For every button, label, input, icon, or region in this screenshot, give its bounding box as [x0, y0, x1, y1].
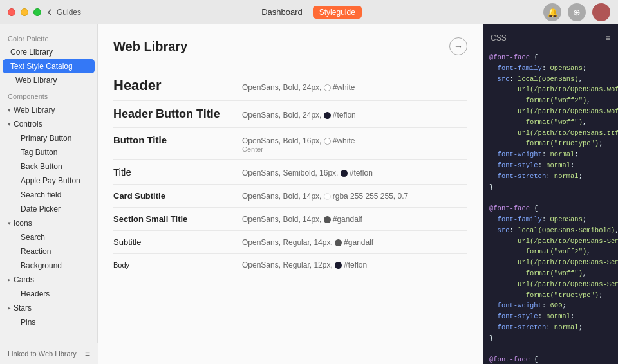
css-panel-options-icon[interactable]: ≡ [606, 33, 610, 42]
sidebar-item-text-style[interactable]: Text Style Catalog [3, 59, 95, 73]
type-name-3: Title [113, 167, 229, 177]
breadcrumb-label: Guides [57, 8, 81, 17]
titlebar-actions: 🔔 ⊕ [543, 3, 610, 21]
css-panel: CSS ≡ @font-face { font-family: OpenSans… [483, 24, 618, 364]
titlebar: Guides Dashboard Styleguide 🔔 ⊕ [0, 0, 618, 24]
chevron-down-icon-2: ▾ [8, 121, 11, 127]
type-info-7: OpenSans, Regular, 12px, #teflon [242, 260, 467, 269]
type-info-2: OpenSans, Bold, 16px, #whiteCenter [242, 136, 467, 153]
titlebar-tabs: Dashboard Styleguide [256, 5, 362, 19]
type-name-6: Subtitle [113, 237, 229, 247]
sidebar-group-web-library[interactable]: ▾ Web Library [0, 103, 97, 117]
close-button[interactable] [8, 8, 15, 16]
sidebar-item-primary-button[interactable]: Primary Button [0, 131, 97, 145]
help-icon[interactable]: ⊕ [568, 3, 586, 21]
sidebar: Color Palette Core Library Text Style Ca… [0, 24, 98, 364]
main-layout: Color Palette Core Library Text Style Ca… [0, 24, 618, 364]
sidebar-group-web-library-label: Web Library [14, 105, 55, 114]
type-row-0: HeaderOpenSans, Bold, 24px, #white [113, 71, 467, 101]
type-name-4: Card Subtitle [113, 191, 229, 201]
type-row-6: SubtitleOpenSans, Regular, 14px, #gandal… [113, 231, 467, 254]
breadcrumb-nav[interactable]: Guides [45, 8, 81, 17]
type-row-2: Button TitleOpenSans, Bold, 16px, #white… [113, 128, 467, 160]
window-controls [8, 8, 41, 16]
type-row-1: Header Button TitleOpenSans, Bold, 24px,… [113, 101, 467, 128]
type-name-1: Header Button Title [113, 107, 229, 121]
sidebar-item-date-picker[interactable]: Date Picker [0, 202, 97, 216]
type-name-5: Section Small Title [113, 214, 229, 224]
back-chevron-icon [45, 8, 54, 17]
type-info-0: OpenSans, Bold, 24px, #white [242, 83, 467, 92]
sidebar-footer-icon[interactable]: ≡ [85, 349, 90, 359]
type-info-1: OpenSans, Bold, 24px, #teflon [242, 111, 467, 120]
sidebar-item-web-library-sub[interactable]: Web Library [0, 73, 97, 87]
sidebar-item-apple-pay[interactable]: Apple Pay Button [0, 174, 97, 188]
sidebar-section-color: Color Palette [0, 30, 97, 45]
css-panel-title: CSS [491, 33, 507, 42]
tab-styleguide[interactable]: Styleguide [313, 6, 362, 19]
sidebar-group-cards-label: Cards [14, 275, 34, 284]
sidebar-group-stars[interactable]: ▸ Stars [0, 301, 97, 315]
sidebar-footer: Linked to Web Library ≡ [0, 343, 98, 364]
next-arrow-button[interactable]: → [449, 37, 467, 55]
sidebar-item-core[interactable]: Core Library [0, 45, 97, 59]
type-info-6: OpenSans, Regular, 14px, #gandalf [242, 238, 467, 247]
sidebar-item-back-button[interactable]: Back Button [0, 159, 97, 174]
sidebar-group-cards[interactable]: ▸ Cards [0, 273, 97, 287]
type-name-0: Header [113, 77, 229, 94]
type-row-3: TitleOpenSans, Semibold, 16px, #teflon [113, 160, 467, 185]
chevron-down-icon-3: ▾ [8, 220, 11, 226]
content-header: Web Library → [113, 37, 467, 55]
type-name-2: Button Title [113, 134, 229, 145]
type-info-5: OpenSans, Bold, 14px, #gandalf [242, 215, 467, 224]
chevron-down-icon: ▾ [8, 107, 11, 113]
sidebar-item-headers[interactable]: Headers [0, 287, 97, 301]
type-info-4: OpenSans, Bold, 14px, rgba 255 255 255, … [242, 192, 467, 201]
type-name-7: Body [113, 261, 229, 269]
avatar[interactable] [592, 3, 610, 21]
sidebar-item-search[interactable]: Search [0, 230, 97, 244]
maximize-button[interactable] [33, 8, 41, 16]
sidebar-group-controls-label: Controls [14, 120, 42, 129]
type-row-5: Section Small TitleOpenSans, Bold, 14px,… [113, 208, 467, 231]
type-info-3: OpenSans, Semibold, 16px, #teflon [242, 168, 467, 177]
chevron-right-icon: ▸ [8, 277, 11, 283]
css-panel-header: CSS ≡ [483, 30, 618, 48]
minimize-button[interactable] [21, 8, 28, 16]
chevron-right-icon-2: ▸ [8, 305, 11, 311]
type-rows: HeaderOpenSans, Bold, 24px, #whiteHeader… [113, 71, 467, 276]
sidebar-item-search-field[interactable]: Search field [0, 188, 97, 202]
type-row-7: BodyOpenSans, Regular, 12px, #teflon [113, 254, 467, 276]
sidebar-item-pins[interactable]: Pins [0, 315, 97, 329]
sidebar-group-icons-label: Icons [14, 219, 32, 228]
sidebar-group-stars-label: Stars [14, 304, 32, 313]
type-row-4: Card SubtitleOpenSans, Bold, 14px, rgba … [113, 185, 467, 208]
sidebar-group-icons[interactable]: ▾ Icons [0, 216, 97, 230]
tab-dashboard[interactable]: Dashboard [256, 5, 308, 19]
sidebar-group-controls[interactable]: ▾ Controls [0, 117, 97, 131]
css-code-block: @font-face { font-family: OpenSans; src:… [483, 52, 618, 364]
sidebar-section-components: Components [0, 87, 97, 103]
sidebar-footer-text: Linked to Web Library [8, 350, 77, 358]
sidebar-item-tag-button[interactable]: Tag Button [0, 145, 97, 159]
page-title: Web Library [113, 39, 187, 54]
content-panel: Web Library → HeaderOpenSans, Bold, 24px… [98, 24, 483, 364]
notification-icon[interactable]: 🔔 [543, 3, 561, 21]
sidebar-item-background[interactable]: Background [0, 259, 97, 273]
sidebar-item-reaction[interactable]: Reaction [0, 244, 97, 259]
